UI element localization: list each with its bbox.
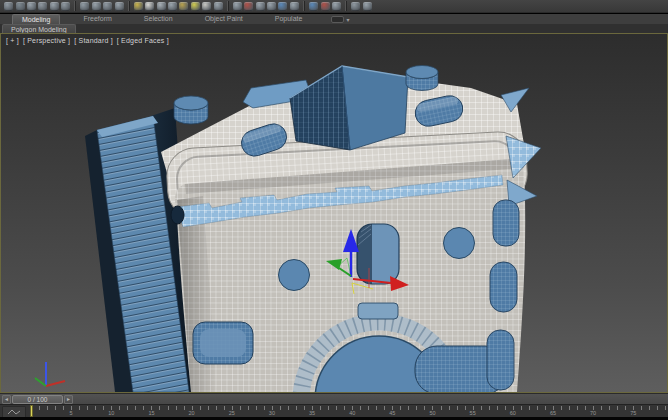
- top-cylinder-right[interactable]: [406, 66, 438, 91]
- toolbar-icon-28-icon[interactable]: [351, 2, 360, 11]
- frame-label-20: 20: [189, 410, 195, 416]
- front-circle-left[interactable]: [279, 260, 310, 291]
- toolbar-icon-14-icon[interactable]: [168, 2, 177, 11]
- toolbar-icon-19-icon[interactable]: [233, 2, 242, 11]
- ribbon-display-toggle[interactable]: ▾: [331, 14, 349, 24]
- viewport-shading-style-menu[interactable]: [ Edged Faces ]: [117, 37, 169, 44]
- toolbar-separator: [303, 1, 305, 11]
- toolbar-icon-21-icon[interactable]: [256, 2, 265, 11]
- toolbar-separator: [74, 1, 76, 11]
- frame-label-60: 60: [510, 410, 516, 416]
- time-slider[interactable]: ◄ 0 / 100 ►: [0, 393, 668, 404]
- ribbon-tab-populate[interactable]: Populate: [266, 14, 312, 24]
- front-circle-right[interactable]: [444, 228, 475, 259]
- curve-icon: [7, 408, 21, 416]
- front-pill-button[interactable]: [357, 224, 399, 284]
- toolbar-separator: [227, 1, 229, 11]
- toolbar-icon-02-icon[interactable]: [16, 2, 25, 11]
- toolbar-icon-18-icon[interactable]: [214, 2, 223, 11]
- frame-label-55: 55: [470, 410, 476, 416]
- viewport-general-menu[interactable]: [ + ]: [6, 37, 19, 44]
- time-slider-handle[interactable]: 0 / 100: [12, 395, 63, 404]
- next-frame-button[interactable]: ►: [64, 395, 73, 404]
- perspective-viewport[interactable]: [ + ] [ Perspective ] [ Standard ] [ Edg…: [0, 33, 668, 393]
- toolbar-icon-08-icon[interactable]: [92, 2, 101, 11]
- ribbon-tab-object-paint[interactable]: Object Paint: [196, 14, 252, 24]
- viewport-pov-menu[interactable]: [ Perspective ]: [23, 37, 70, 44]
- toolbar-icon-25-icon[interactable]: [309, 2, 318, 11]
- toolbar-icon-20-icon[interactable]: [244, 2, 253, 11]
- application-window: ModelingFreeformSelectionObject PaintPop…: [0, 0, 668, 420]
- viewport-label: [ + ] [ Perspective ] [ Standard ] [ Edg…: [6, 37, 169, 44]
- current-frame-marker[interactable]: [30, 405, 33, 417]
- previous-frame-button[interactable]: ◄: [2, 395, 11, 404]
- toolbar-icon-09-icon[interactable]: [103, 2, 112, 11]
- toolbar-icon-03-icon[interactable]: [27, 2, 36, 11]
- top-cylinder-left[interactable]: [174, 96, 208, 124]
- toolbar-separator: [128, 1, 130, 11]
- corner-hole: [171, 206, 184, 224]
- toolbar-icon-06-icon[interactable]: [61, 2, 70, 11]
- frame-label-70: 70: [590, 410, 596, 416]
- frame-label-10: 10: [108, 410, 114, 416]
- top-box[interactable]: [290, 66, 408, 150]
- toolbar-icon-24-icon[interactable]: [290, 2, 299, 11]
- toolbar-icon-16-icon[interactable]: [191, 2, 200, 11]
- frame-label-15: 15: [148, 410, 154, 416]
- toolbar-icon-23-icon[interactable]: [278, 2, 287, 11]
- track-bar[interactable]: 51015202530354045505560657075: [0, 404, 668, 417]
- toolbar-icon-05-icon[interactable]: [50, 2, 59, 11]
- viewport-shading-quality-menu[interactable]: [ Standard ]: [74, 37, 113, 44]
- frame-label-30: 30: [269, 410, 275, 416]
- scene-3d-model[interactable]: [1, 34, 667, 392]
- frame-label-35: 35: [309, 410, 315, 416]
- toolbar-icon-27-icon[interactable]: [332, 2, 341, 11]
- frame-label-40: 40: [349, 410, 355, 416]
- world-axis-tripod: [35, 362, 65, 386]
- edge-pill-3: [487, 330, 514, 390]
- edge-pill-2: [490, 262, 517, 312]
- model-group[interactable]: [85, 66, 541, 393]
- toolbar-separator: [345, 1, 347, 11]
- chevron-down-icon: ▾: [346, 16, 349, 23]
- ribbon-tab-bar: ModelingFreeformSelectionObject PaintPop…: [0, 14, 668, 24]
- toolbar-icon-01-icon[interactable]: [4, 2, 13, 11]
- ribbon-tab-selection[interactable]: Selection: [135, 14, 182, 24]
- toolbar-icon-22-icon[interactable]: [267, 2, 276, 11]
- main-toolbar: [0, 0, 668, 13]
- toolbar-icon-26-icon[interactable]: [321, 2, 330, 11]
- front-rounded-rect[interactable]: [193, 322, 253, 364]
- toolbar-icon-11-icon[interactable]: [134, 2, 143, 11]
- toolbar-icon-10-icon[interactable]: [115, 2, 124, 11]
- ribbon-pill-icon: [331, 16, 344, 23]
- frame-label-75: 75: [630, 410, 636, 416]
- toolbar-icon-07-icon[interactable]: [80, 2, 89, 11]
- frame-label-45: 45: [389, 410, 395, 416]
- toolbar-icon-13-icon[interactable]: [157, 2, 166, 11]
- toolbar-icon-15-icon[interactable]: [179, 2, 188, 11]
- frame-label-50: 50: [429, 410, 435, 416]
- toolbar-icon-12-icon[interactable]: [145, 2, 154, 11]
- frame-label-25: 25: [229, 410, 235, 416]
- ribbon-tab-modeling[interactable]: Modeling: [12, 14, 60, 24]
- toolbar-icon-04-icon[interactable]: [38, 2, 47, 11]
- frame-label-65: 65: [550, 410, 556, 416]
- edge-pill-1: [493, 200, 519, 246]
- toolbar-icon-29-icon[interactable]: [363, 2, 372, 11]
- toolbar-icon-17-icon[interactable]: [202, 2, 211, 11]
- ribbon-tab-freeform[interactable]: Freeform: [74, 14, 120, 24]
- frame-label-5: 5: [70, 410, 73, 416]
